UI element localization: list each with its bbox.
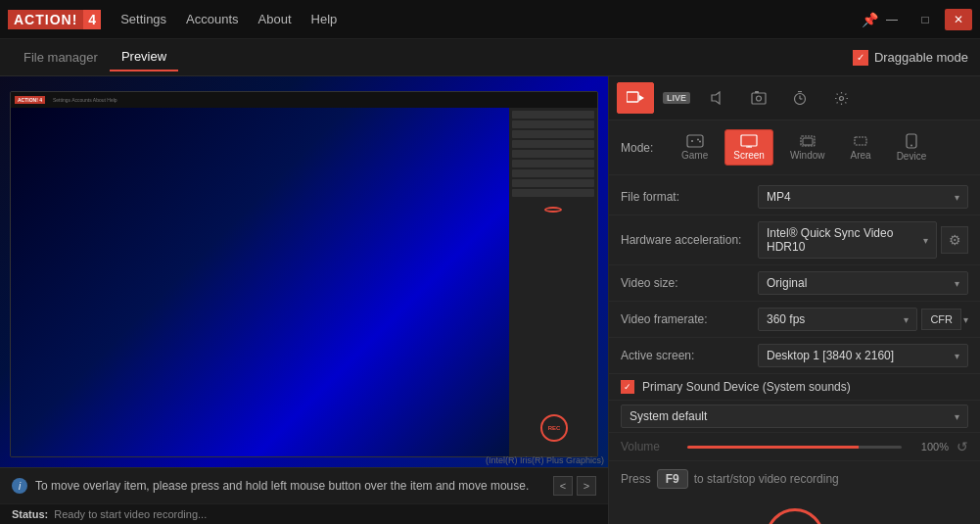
draggable-mode-control: ✓ Draggable mode (853, 50, 968, 66)
preview-row-9 (512, 189, 594, 197)
svg-rect-20 (803, 138, 813, 145)
hw-accel-value: Intel® Quick Sync Video HDR10 (767, 226, 923, 254)
active-screen-dropdown[interactable]: Desktop 1 [3840 x 2160] ▾ (758, 344, 968, 367)
video-framerate-row: Video framerate: 360 fps ▾ CFR ▾ (609, 302, 980, 338)
preview-inner-content (11, 108, 597, 456)
quick-tip: i To move overlay item, please press and… (0, 467, 608, 503)
timer-icon-btn[interactable] (781, 82, 818, 114)
preview-inner-logo: ACTION! 4 (15, 96, 45, 104)
titlebar: ACTION! 4 Settings Accounts About Help 📌… (0, 0, 980, 39)
preview-inner-menu: Settings Accounts About Help (53, 97, 117, 103)
volume-slider[interactable] (687, 446, 902, 449)
volume-value: 100% (910, 441, 949, 453)
primary-sound-row: ✓ Primary Sound Device (System sounds) (609, 374, 980, 401)
mode-game-label: Game (681, 150, 708, 161)
video-size-value: Original (767, 276, 807, 290)
rec-button[interactable]: REC (766, 508, 824, 524)
file-format-row: File format: MP4 ▾ (609, 179, 980, 215)
volume-row: Volume 100% ↺ (609, 433, 980, 461)
pin-icon[interactable]: 📌 (862, 12, 878, 27)
preview-video: ACTION! 4 Settings Accounts About Help (0, 76, 608, 467)
system-default-value: System default (630, 409, 707, 423)
menu-help[interactable]: Help (311, 12, 338, 26)
preview-rec-button: REC (540, 414, 568, 442)
file-format-dropdown[interactable]: MP4 ▾ (758, 185, 968, 209)
video-size-dropdown[interactable]: Original ▾ (758, 271, 968, 295)
tip-nav: < > (553, 476, 596, 496)
screenshot-icon-btn[interactable] (740, 82, 777, 114)
preview-row-8 (512, 179, 594, 187)
close-button[interactable]: ✕ (945, 9, 972, 30)
settings-icon-btn[interactable] (822, 82, 860, 114)
logo-4: 4 (83, 10, 101, 29)
preview-area: ACTION! 4 Settings Accounts About Help (0, 76, 608, 503)
primary-sound-checkbox[interactable]: ✓ (621, 380, 634, 394)
svg-point-14 (697, 139, 699, 141)
maximize-button[interactable]: □ (911, 9, 939, 30)
tab-file-manager[interactable]: File manager (12, 44, 110, 71)
svg-marker-2 (712, 92, 720, 104)
press-hint-prefix: Press (621, 472, 651, 486)
draggable-mode-checkbox[interactable]: ✓ (853, 50, 868, 66)
audio-icon-btn[interactable] (699, 82, 736, 114)
cfr-button[interactable]: CFR (921, 309, 961, 330)
f9-key-badge: F9 (657, 469, 688, 489)
gpu-label: (Intel(R) Iris(R) Plus Graphics) (486, 455, 604, 465)
record-mode-icon-btn[interactable] (617, 82, 654, 114)
video-size-row: Video size: Original ▾ (609, 265, 980, 302)
preview-row-10 (544, 207, 562, 213)
svg-point-23 (910, 145, 912, 147)
hw-accel-gear-btn[interactable]: ⚙ (941, 226, 968, 254)
preview-inner-app: ACTION! 4 Settings Accounts About Help (10, 91, 598, 457)
volume-reset-button[interactable]: ↺ (957, 439, 968, 454)
svg-point-4 (757, 96, 762, 101)
live-icon-btn[interactable]: LIVE (658, 82, 695, 114)
system-default-dropdown[interactable]: System default ▾ (621, 405, 968, 428)
active-screen-row: Active screen: Desktop 1 [3840 x 2160] ▾ (609, 338, 980, 374)
video-framerate-value: 360 fps (767, 312, 805, 326)
preview-row-4 (512, 140, 594, 148)
press-hint: Press F9 to start/stop video recording (609, 461, 980, 497)
settings-area: File format: MP4 ▾ Hardware acceleration… (609, 175, 980, 524)
hw-accel-row: Hardware acceleration: Intel® Quick Sync… (609, 215, 980, 265)
live-badge: LIVE (663, 92, 690, 104)
video-framerate-chevron: ▾ (904, 314, 909, 325)
rec-area: REC (609, 497, 980, 524)
system-default-row: System default ▾ (609, 401, 980, 433)
tip-text: To move overlay item, please press and h… (35, 479, 545, 493)
minimize-button[interactable]: — (878, 9, 906, 30)
file-format-value: MP4 (767, 190, 791, 204)
status-label: Status: (12, 508, 48, 520)
menu-settings[interactable]: Settings (120, 12, 166, 26)
tabbar: File manager Preview ✓ Draggable mode (0, 39, 980, 76)
file-format-label: File format: (621, 190, 758, 204)
tab-preview[interactable]: Preview (110, 43, 178, 71)
mode-area-btn[interactable]: Area (842, 129, 880, 166)
preview-row-2 (512, 120, 594, 128)
preview-outer: ACTION! 4 Settings Accounts About Help (0, 76, 608, 524)
video-size-chevron: ▾ (955, 278, 959, 289)
mode-device-btn[interactable]: Device (888, 128, 936, 167)
menu-about[interactable]: About (258, 12, 292, 26)
preview-row-5 (512, 150, 594, 158)
mode-game-btn[interactable]: Game (673, 129, 717, 166)
system-default-chevron: ▾ (955, 411, 959, 422)
window-controls: — □ ✕ (878, 9, 972, 30)
mode-device-label: Device (897, 151, 927, 162)
file-format-chevron: ▾ (955, 192, 959, 203)
mode-screen-btn[interactable]: Screen (724, 129, 773, 166)
mode-label: Mode: (621, 141, 665, 155)
panel-icons: LIVE (609, 76, 980, 120)
mode-window-btn[interactable]: Window (781, 129, 834, 166)
hw-accel-dropdown[interactable]: Intel® Quick Sync Video HDR10 ▾ (758, 221, 937, 259)
menu-accounts[interactable]: Accounts (186, 12, 238, 26)
video-framerate-dropdown[interactable]: 360 fps ▾ (758, 308, 917, 331)
tip-prev-button[interactable]: < (553, 476, 573, 496)
svg-rect-5 (755, 91, 759, 93)
main-content: ACTION! 4 Settings Accounts About Help (0, 76, 980, 524)
svg-rect-0 (627, 92, 638, 102)
tip-next-button[interactable]: > (577, 476, 596, 496)
preview-inner-right (509, 108, 597, 456)
svg-rect-21 (855, 137, 866, 145)
status-value: Ready to start video recording... (54, 508, 207, 520)
